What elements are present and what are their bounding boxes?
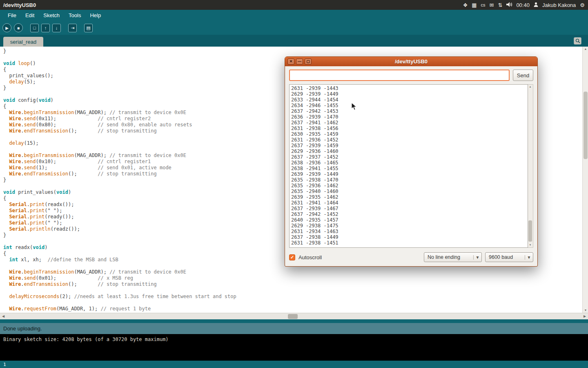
chevron-down-icon: ▼	[525, 255, 533, 260]
scroll-right-arrow[interactable]: ▶	[581, 313, 588, 320]
upload-button[interactable]: ⇥	[68, 24, 77, 32]
serial-line: 2631 -2941 -1464	[291, 200, 526, 206]
serial-line: 2629 -2939 -1449	[291, 91, 526, 97]
serial-line: 2631 -2936 -1452	[291, 137, 526, 143]
serial-monitor-body: Send 2631 -2939 -14432629 -2939 -1449263…	[285, 66, 537, 267]
menu-file[interactable]: File	[4, 11, 20, 20]
serial-line: 2630 -2935 -1459	[291, 131, 526, 137]
scroll-thumb[interactable]	[288, 314, 298, 319]
serial-monitor-title: /dev/ttyUSB0	[285, 58, 537, 65]
serial-line: 2637 -2938 -1449	[291, 234, 526, 240]
volume-icon[interactable]	[506, 2, 512, 8]
window-controls: ✕ — ▢	[287, 58, 312, 65]
serial-line: 2638 -2941 -1455	[291, 166, 526, 171]
menu-tools[interactable]: Tools	[65, 11, 85, 20]
scroll-thumb[interactable]	[584, 92, 588, 159]
baud-rate-dropdown[interactable]: 9600 baud ▼	[485, 252, 533, 262]
close-button[interactable]: ✕	[287, 58, 294, 65]
scroll-left-arrow[interactable]: ◀	[0, 313, 7, 320]
code-line: Wire.beginTransmission(MAG_ADDR); // tra…	[3, 269, 582, 275]
gear-icon[interactable]: ⚙	[580, 2, 585, 8]
serial-line: 2640 -2935 -1457	[291, 217, 526, 223]
editor-horizontal-scrollbar[interactable]: ◀ ▶	[0, 313, 588, 319]
status-bar: Done uploading.	[0, 323, 588, 334]
chevron-down-icon: ▼	[473, 255, 481, 260]
status-text: Done uploading.	[3, 325, 42, 332]
keyboard-layout-label[interactable]: cs	[481, 2, 486, 7]
line-ending-dropdown[interactable]: No line ending ▼	[424, 252, 482, 262]
menu-sketch[interactable]: Sketch	[40, 11, 63, 20]
autoscroll-label: Autoscroll	[298, 254, 322, 260]
send-button[interactable]: Send	[513, 70, 533, 81]
new-button[interactable]: □	[30, 24, 39, 32]
serial-line: 2631 -2938 -1451	[291, 240, 526, 246]
minimize-button[interactable]: —	[296, 58, 303, 65]
tab-label: serial_read	[10, 39, 36, 45]
serial-line: 2631 -2939 -1443	[291, 85, 526, 91]
code-line	[3, 300, 582, 306]
serial-monitor-titlebar[interactable]: /dev/ttyUSB0 ✕ — ▢	[285, 57, 537, 66]
serial-monitor-controls: ✓ Autoscroll No line ending ▼ 9600 baud …	[289, 251, 533, 263]
serial-line: 2636 -2939 -1470	[291, 114, 526, 120]
code-line: delayMicroseconds(2); //needs at least 1…	[3, 294, 582, 300]
serial-output-wrap: 2631 -2939 -14432629 -2939 -14492633 -29…	[289, 84, 533, 248]
scroll-down-arrow[interactable]: ▼	[528, 243, 532, 247]
serial-monitor-window: /dev/ttyUSB0 ✕ — ▢ Send 2631 -2939 -1443…	[285, 56, 538, 267]
system-tray: ❖ ▦ cs ✉ ⇅ 00:40 Jakub Kakona ⚙	[463, 2, 585, 8]
line-number: 1	[3, 362, 6, 367]
serial-line: 2639 -2935 -1462	[291, 194, 526, 200]
autoscroll-checkbox[interactable]: ✓	[289, 254, 295, 260]
serial-line: 2631 -2934 -1463	[291, 229, 526, 234]
serial-line: 2637 -2937 -1452	[291, 154, 526, 160]
toolbar: ▶■□↑↓⇥▤	[0, 21, 588, 35]
ide-background-band	[0, 319, 588, 323]
desktop-top-bar: /dev/ttyUSB0 ❖ ▦ cs ✉ ⇅ 00:40 Jakub Kako…	[0, 0, 588, 10]
code-line: Wire.send(0x01); // x MSB reg	[3, 275, 582, 281]
serial-line: 2635 -2936 -1462	[291, 183, 526, 188]
keyboard-icon[interactable]: ▦	[472, 2, 477, 8]
tab-serial-read[interactable]: serial_read	[3, 37, 43, 47]
send-row: Send	[289, 70, 533, 81]
code-line	[3, 287, 582, 294]
code-line: Wire.endTransmission(); // stop transmit…	[3, 281, 582, 287]
code-line: Wire.requestFrom(MAG_ADDR, 1); // reques…	[3, 306, 582, 312]
code-line: }	[3, 48, 582, 54]
stop-button[interactable]: ■	[14, 23, 23, 32]
serial-monitor-button[interactable]	[574, 37, 581, 45]
clock-label[interactable]: 00:40	[516, 2, 530, 8]
serial-line: 2631 -2938 -1456	[291, 126, 526, 131]
mail-icon[interactable]: ✉	[490, 2, 494, 8]
indicator-icon[interactable]: ❖	[463, 2, 468, 8]
serial-line: 2635 -2940 -1460	[291, 188, 526, 194]
verify-button[interactable]: ▶	[2, 23, 11, 32]
serial-line: 2637 -2939 -1459	[291, 143, 526, 148]
menu-help[interactable]: Help	[86, 11, 105, 20]
user-icon	[534, 2, 538, 8]
serial-line: 2637 -2941 -1462	[291, 120, 526, 126]
serial-output[interactable]: 2631 -2939 -14432629 -2939 -14492633 -29…	[289, 84, 528, 248]
baud-rate-value: 9600 baud	[486, 254, 525, 260]
maximize-button[interactable]: ▢	[305, 58, 312, 65]
scroll-thumb[interactable]	[528, 220, 532, 242]
serial-line: 2629 -2938 -1475	[291, 223, 526, 229]
serial-scrollbar[interactable]: ▲ ▼	[528, 84, 533, 248]
scroll-down-arrow[interactable]: ▼	[583, 308, 588, 313]
serial-line: 2629 -2936 -1460	[291, 148, 526, 154]
network-icon[interactable]: ⇅	[498, 2, 502, 8]
user-name-label[interactable]: Jakub Kakona	[542, 2, 576, 8]
serial-line: 2637 -2939 -1467	[291, 206, 526, 211]
serial-line: 2637 -2942 -1452	[291, 211, 526, 217]
editor-vertical-scrollbar[interactable]: ▲ ▼	[582, 47, 588, 313]
scroll-up-arrow[interactable]: ▲	[528, 85, 532, 89]
serial-line: 2635 -2938 -1470	[291, 177, 526, 183]
save-button[interactable]: ↓	[52, 24, 61, 32]
line-ending-value: No line ending	[424, 254, 473, 260]
clipboard-button[interactable]: ▤	[84, 24, 93, 32]
menu-bar: FileEditSketchToolsHelp	[0, 10, 588, 21]
scroll-up-arrow[interactable]: ▲	[583, 47, 588, 52]
open-button[interactable]: ↑	[41, 24, 50, 32]
menu-edit[interactable]: Edit	[22, 11, 38, 20]
console-output: Binary sketch size: 4208 bytes (of a 307…	[0, 334, 588, 361]
magnifier-icon	[575, 38, 580, 43]
serial-input[interactable]	[289, 70, 510, 81]
